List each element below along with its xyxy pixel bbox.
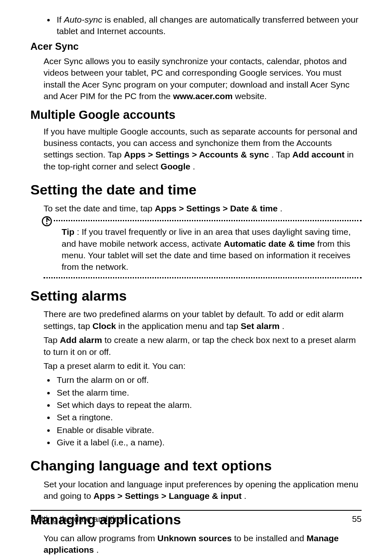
tip-block: Tip : If you travel frequently or live i… <box>44 220 362 278</box>
text: . Tap <box>271 150 292 159</box>
set-alarm: Set alarm <box>241 321 280 331</box>
sep: > <box>148 150 155 159</box>
alarms-heading: Setting alarms <box>30 287 362 306</box>
tip-bold: Automatic date & time <box>224 239 315 248</box>
text: . <box>193 162 195 171</box>
text: To set the date and time, tap <box>44 204 155 213</box>
text: . <box>280 204 282 213</box>
text: in the application menu and tap <box>118 321 241 331</box>
lang-body: Set your location and language input pre… <box>30 479 362 502</box>
path: Settings <box>186 204 220 213</box>
sep: > <box>223 204 230 213</box>
text: to be installed and <box>234 533 307 543</box>
list-item: Enable or disable vibrate. <box>55 424 362 436</box>
list-item: Set a ringtone. <box>55 412 362 423</box>
autosync-bullet-list: If Auto-sync is enabled, all changes are… <box>30 14 362 37</box>
list-item: Set the alarm time. <box>55 387 362 398</box>
path: Language & input <box>169 491 242 500</box>
path: Apps <box>124 150 146 159</box>
acer-link: www.acer.com <box>173 91 233 101</box>
sep: > <box>161 491 169 500</box>
list-item: Set which days to repeat the alarm. <box>55 399 362 411</box>
alarms-p1: There are two predefined alarms on your … <box>30 308 362 332</box>
autosync-bullet: If Auto-sync is enabled, all changes are… <box>55 14 362 37</box>
sep: > <box>179 204 186 213</box>
clock: Clock <box>92 321 116 331</box>
page-number: 55 <box>352 514 362 524</box>
text: . <box>244 491 247 500</box>
acer-sync-body: Acer Sync allows you to easily synchroni… <box>30 56 362 102</box>
alarms-p3: Tap a preset alarm to edit it. You can: <box>30 360 362 372</box>
text: website. <box>235 91 267 101</box>
list-item: Turn the alarm on or off. <box>55 374 362 386</box>
sep: > <box>192 150 199 159</box>
text: Tap <box>44 335 60 345</box>
alarms-p2: Tap Add alarm to create a new alarm, or … <box>30 334 362 358</box>
path: Settings <box>155 150 189 159</box>
path: Accounts & sync <box>199 150 269 159</box>
path: Apps <box>93 491 115 500</box>
text: is enabled, all changes are automaticall… <box>57 15 358 36</box>
lang-heading: Changing language and text options <box>30 456 362 475</box>
footer-title: Setting the date and time <box>30 514 127 524</box>
autosync-term: Auto-sync <box>64 15 102 24</box>
path: Apps <box>155 204 177 213</box>
svg-point-1 <box>46 223 48 225</box>
text: You can allow programs from <box>44 533 157 543</box>
path: Settings <box>125 491 159 500</box>
tip-label: Tip <box>62 227 74 236</box>
add-alarm: Add alarm <box>60 335 102 345</box>
google: Google <box>161 162 190 171</box>
acer-sync-heading: Acer Sync <box>30 40 362 53</box>
page-content: If Auto-sync is enabled, all changes are… <box>30 14 362 556</box>
list-item: Give it a label (i.e., a name). <box>55 437 362 448</box>
tip-text: Tip : If you travel frequently or live i… <box>62 226 362 273</box>
document-page: If Auto-sync is enabled, all changes are… <box>0 0 392 556</box>
sep: > <box>118 491 125 500</box>
tip-icon <box>41 215 53 227</box>
text: . <box>282 321 284 331</box>
apps-body: You can allow programs from Unknown sour… <box>30 533 362 556</box>
unknown-sources: Unknown sources <box>157 533 232 543</box>
add-account: Add account <box>292 150 344 159</box>
text: . <box>96 545 99 554</box>
text: If <box>57 15 64 24</box>
multi-google-body: If you have multiple Google accounts, su… <box>30 126 362 172</box>
alarms-bullet-list: Turn the alarm on or off. Set the alarm … <box>30 374 362 448</box>
page-footer: Setting the date and time 55 <box>30 510 362 524</box>
datetime-heading: Setting the date and time <box>30 181 362 199</box>
datetime-body: To set the date and time, tap Apps > Set… <box>30 203 362 214</box>
multi-google-heading: Multiple Google accounts <box>30 107 362 123</box>
path: Date & time <box>230 204 278 213</box>
